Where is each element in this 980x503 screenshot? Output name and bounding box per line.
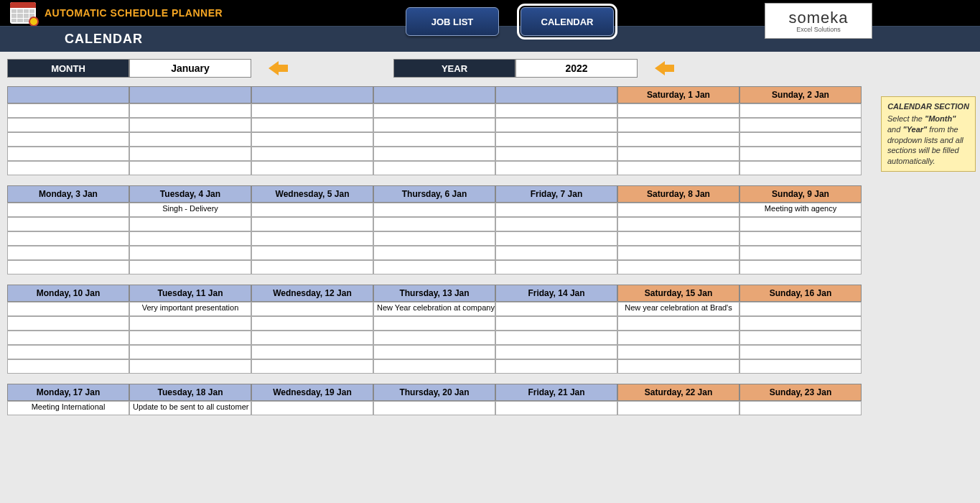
calendar-cell[interactable]: [7, 260, 129, 274]
calendar-cell[interactable]: [251, 147, 373, 161]
calendar-cell[interactable]: [251, 331, 373, 345]
calendar-cell[interactable]: [495, 217, 617, 231]
calendar-cell[interactable]: [7, 103, 129, 118]
calendar-cell[interactable]: [7, 246, 129, 260]
calendar-cell[interactable]: [251, 260, 373, 274]
calendar-cell[interactable]: [251, 359, 373, 374]
calendar-cell[interactable]: [251, 302, 373, 316]
calendar-cell[interactable]: New Year celebration at company: [373, 302, 495, 316]
calendar-cell[interactable]: [251, 103, 373, 118]
calendar-cell[interactable]: [129, 331, 251, 345]
calendar-cell[interactable]: [251, 231, 373, 246]
job-list-button[interactable]: JOB LIST: [406, 7, 499, 36]
calendar-cell[interactable]: [739, 302, 862, 316]
calendar-cell[interactable]: [739, 401, 862, 415]
calendar-cell[interactable]: [617, 401, 739, 415]
calendar-cell[interactable]: [373, 118, 495, 132]
calendar-cell[interactable]: [617, 161, 739, 175]
calendar-cell[interactable]: [7, 203, 129, 217]
calendar-cell[interactable]: [7, 161, 129, 175]
calendar-cell[interactable]: [617, 345, 739, 359]
calendar-cell[interactable]: [495, 118, 617, 132]
calendar-cell[interactable]: [373, 231, 495, 246]
calendar-cell[interactable]: [7, 316, 129, 331]
calendar-cell[interactable]: [617, 132, 739, 147]
calendar-cell[interactable]: [129, 260, 251, 274]
calendar-cell[interactable]: [495, 359, 617, 374]
calendar-cell[interactable]: [495, 331, 617, 345]
calendar-cell[interactable]: [495, 203, 617, 217]
calendar-cell[interactable]: [617, 118, 739, 132]
calendar-cell[interactable]: [739, 345, 862, 359]
calendar-cell[interactable]: [373, 246, 495, 260]
calendar-cell[interactable]: [251, 203, 373, 217]
calendar-cell[interactable]: [129, 246, 251, 260]
calendar-cell[interactable]: [739, 161, 862, 175]
calendar-cell[interactable]: [739, 217, 862, 231]
calendar-cell[interactable]: Meeting International: [7, 401, 129, 415]
calendar-cell[interactable]: [7, 118, 129, 132]
calendar-cell[interactable]: [739, 359, 862, 374]
calendar-cell[interactable]: [251, 217, 373, 231]
calendar-cell[interactable]: [129, 103, 251, 118]
calendar-cell[interactable]: [251, 316, 373, 331]
calendar-cell[interactable]: [495, 246, 617, 260]
calendar-cell[interactable]: [251, 118, 373, 132]
calendar-cell[interactable]: [739, 331, 862, 345]
calendar-cell[interactable]: [495, 316, 617, 331]
calendar-cell[interactable]: Update to be sent to all customer for th: [129, 401, 251, 415]
calendar-cell[interactable]: [617, 147, 739, 161]
calendar-cell[interactable]: [251, 401, 373, 415]
calendar-cell[interactable]: [129, 161, 251, 175]
calendar-cell[interactable]: [129, 147, 251, 161]
calendar-cell[interactable]: [373, 161, 495, 175]
calendar-cell[interactable]: Meeting with agency: [739, 203, 862, 217]
calendar-cell[interactable]: [495, 302, 617, 316]
calendar-cell[interactable]: [7, 331, 129, 345]
calendar-cell[interactable]: [373, 203, 495, 217]
calendar-cell[interactable]: [129, 316, 251, 331]
calendar-cell[interactable]: [739, 118, 862, 132]
calendar-cell[interactable]: [495, 260, 617, 274]
calendar-cell[interactable]: [251, 161, 373, 175]
calendar-cell[interactable]: [7, 132, 129, 147]
calendar-cell[interactable]: [495, 103, 617, 118]
calendar-cell[interactable]: [7, 147, 129, 161]
calendar-cell[interactable]: [495, 161, 617, 175]
calendar-cell[interactable]: [373, 217, 495, 231]
calendar-cell[interactable]: [495, 231, 617, 246]
calendar-cell[interactable]: [129, 132, 251, 147]
calendar-cell[interactable]: [129, 359, 251, 374]
calendar-cell[interactable]: [739, 147, 862, 161]
calendar-cell[interactable]: [739, 316, 862, 331]
calendar-cell[interactable]: [617, 331, 739, 345]
calendar-cell[interactable]: [373, 359, 495, 374]
calendar-cell[interactable]: Very important presentation: [129, 302, 251, 316]
calendar-cell[interactable]: [251, 132, 373, 147]
calendar-cell[interactable]: [129, 231, 251, 246]
calendar-button[interactable]: CALENDAR: [521, 7, 614, 36]
calendar-cell[interactable]: [739, 231, 862, 246]
calendar-cell[interactable]: [373, 345, 495, 359]
calendar-cell[interactable]: [739, 260, 862, 274]
calendar-cell[interactable]: [495, 132, 617, 147]
calendar-cell[interactable]: [739, 103, 862, 118]
calendar-cell[interactable]: [617, 260, 739, 274]
calendar-cell[interactable]: [129, 118, 251, 132]
calendar-cell[interactable]: [373, 147, 495, 161]
calendar-cell[interactable]: [7, 359, 129, 374]
calendar-cell[interactable]: [7, 231, 129, 246]
calendar-cell[interactable]: [617, 231, 739, 246]
calendar-cell[interactable]: [373, 331, 495, 345]
year-dropdown[interactable]: 2022: [515, 59, 638, 78]
calendar-cell[interactable]: [617, 246, 739, 260]
calendar-cell[interactable]: [617, 217, 739, 231]
calendar-cell[interactable]: [251, 246, 373, 260]
calendar-cell[interactable]: [373, 103, 495, 118]
calendar-cell[interactable]: [617, 316, 739, 331]
calendar-cell[interactable]: [373, 132, 495, 147]
calendar-cell[interactable]: [617, 203, 739, 217]
calendar-cell[interactable]: [251, 345, 373, 359]
calendar-cell[interactable]: [373, 316, 495, 331]
calendar-cell[interactable]: [495, 147, 617, 161]
